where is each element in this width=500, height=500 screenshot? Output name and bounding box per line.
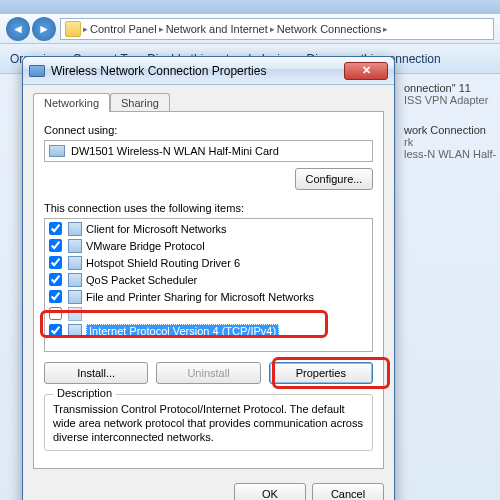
list-item[interactable]: QoS Packet Scheduler: [47, 271, 370, 288]
nic-icon: [49, 145, 65, 157]
list-item[interactable]: VMware Bridge Protocol: [47, 237, 370, 254]
close-button[interactable]: ✕: [344, 62, 388, 80]
ok-button[interactable]: OK: [234, 483, 306, 500]
networking-panel: Connect using: DW1501 Wireless-N WLAN Ha…: [33, 111, 384, 469]
configure-button[interactable]: Configure...: [295, 168, 373, 190]
client-icon: [68, 222, 82, 236]
breadcrumb-item[interactable]: Network and Internet: [166, 23, 268, 35]
breadcrumb[interactable]: ▸ Control Panel ▸ Network and Internet ▸…: [60, 18, 494, 40]
service-icon: [68, 290, 82, 304]
protocol-icon: [68, 256, 82, 270]
breadcrumb-item[interactable]: Control Panel: [90, 23, 157, 35]
folder-icon: [65, 21, 81, 37]
uninstall-button: Uninstall: [156, 362, 260, 384]
list-item[interactable]: Client for Microsoft Networks: [47, 220, 370, 237]
dialog-title: Wireless Network Connection Properties: [51, 64, 344, 78]
description-text: Transmission Control Protocol/Internet P…: [53, 403, 364, 444]
protocol-icon: [68, 324, 82, 338]
list-item[interactable]: File and Printer Sharing for Microsoft N…: [47, 288, 370, 305]
nav-forward-button[interactable]: ►: [32, 17, 56, 41]
tab-networking[interactable]: Networking: [33, 93, 110, 112]
description-group: Description Transmission Control Protoco…: [44, 394, 373, 451]
dialog-titlebar[interactable]: Wireless Network Connection Properties ✕: [23, 57, 394, 85]
protocol-icon: [68, 307, 82, 321]
service-icon: [68, 273, 82, 287]
adapter-field: DW1501 Wireless-N WLAN Half-Mini Card: [44, 140, 373, 162]
list-item[interactable]: Hotspot Shield Routing Driver 6: [47, 254, 370, 271]
install-button[interactable]: Install...: [44, 362, 148, 384]
nav-back-button[interactable]: ◄: [6, 17, 30, 41]
cancel-button[interactable]: Cancel: [312, 483, 384, 500]
bg-titlebar: [0, 0, 500, 14]
connection-properties-dialog: Wireless Network Connection Properties ✕…: [22, 56, 395, 500]
connect-using-label: Connect using:: [44, 124, 373, 136]
connections-list: onnection" 11 ISS VPN Adapter work Conne…: [400, 76, 500, 170]
network-icon: [29, 65, 45, 77]
item-checkbox[interactable]: [49, 273, 62, 286]
protocol-icon: [68, 239, 82, 253]
breadcrumb-bar: ◄ ► ▸ Control Panel ▸ Network and Intern…: [0, 14, 500, 44]
item-checkbox[interactable]: [49, 239, 62, 252]
components-listbox[interactable]: Client for Microsoft Networks VMware Bri…: [44, 218, 373, 352]
items-label: This connection uses the following items…: [44, 202, 373, 214]
tab-sharing[interactable]: Sharing: [110, 93, 170, 112]
list-item[interactable]: [47, 305, 370, 322]
list-item[interactable]: onnection" 11 ISS VPN Adapter: [404, 82, 496, 106]
breadcrumb-item[interactable]: Network Connections: [277, 23, 382, 35]
description-legend: Description: [53, 387, 116, 399]
dialog-footer: OK Cancel: [23, 475, 394, 500]
properties-button[interactable]: Properties: [269, 362, 373, 384]
list-item[interactable]: work Connection rk less-N WLAN Half-…: [404, 124, 496, 160]
item-checkbox[interactable]: [49, 222, 62, 235]
list-item-ipv4[interactable]: Internet Protocol Version 4 (TCP/IPv4): [47, 322, 370, 339]
item-checkbox[interactable]: [49, 324, 62, 337]
adapter-name: DW1501 Wireless-N WLAN Half-Mini Card: [71, 145, 279, 157]
item-checkbox[interactable]: [49, 307, 62, 320]
item-checkbox[interactable]: [49, 290, 62, 303]
item-checkbox[interactable]: [49, 256, 62, 269]
tab-strip: Networking Sharing: [33, 93, 384, 112]
